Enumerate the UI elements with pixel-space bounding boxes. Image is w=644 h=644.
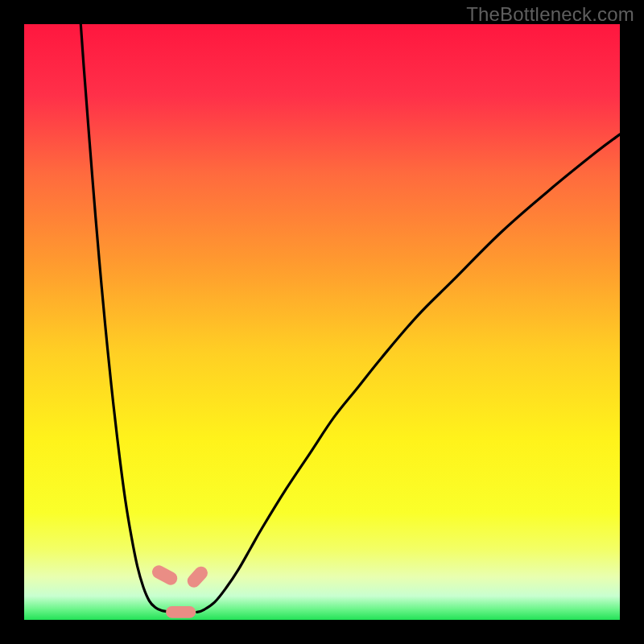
plot-area [24, 24, 620, 620]
chart-svg [24, 24, 620, 620]
chart-frame: TheBottleneck.com [0, 0, 644, 644]
watermark-label: TheBottleneck.com [466, 3, 634, 26]
marker-bottom [166, 606, 196, 618]
gradient-background [24, 24, 620, 620]
